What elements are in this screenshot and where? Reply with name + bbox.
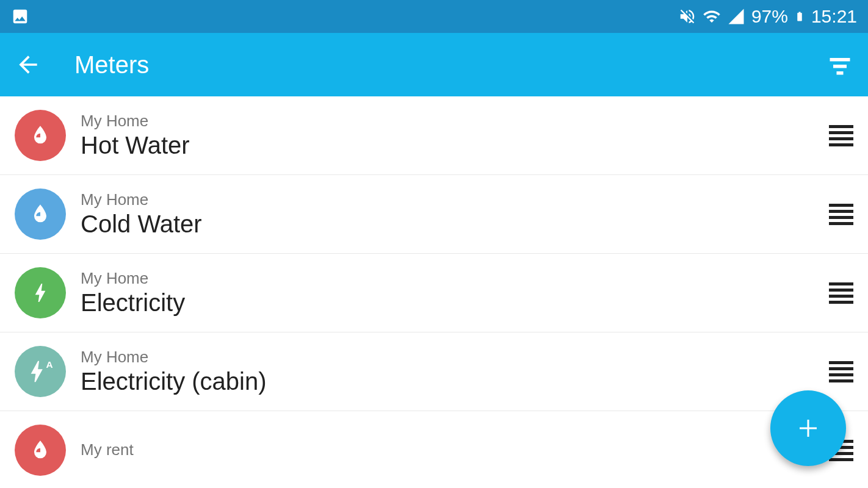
list-item[interactable]: A My Home Electricity (cabin) — [0, 332, 868, 411]
bolt-icon — [15, 267, 66, 318]
meter-info: My Home Cold Water — [81, 190, 829, 238]
meter-location: My Home — [81, 269, 829, 288]
add-meter-button[interactable] — [770, 390, 846, 466]
meter-location: My rent — [81, 440, 829, 459]
app-bar: Meters — [0, 33, 868, 96]
water-drop-icon — [15, 110, 66, 161]
signal-icon — [727, 7, 745, 26]
meter-info: My rent — [81, 440, 829, 461]
status-right: 97% 15:21 — [678, 6, 857, 27]
meter-location: My Home — [81, 190, 829, 209]
drag-handle-icon[interactable] — [829, 361, 853, 382]
back-button[interactable] — [15, 51, 42, 78]
bolt-a-icon: A — [15, 346, 66, 397]
drag-handle-icon[interactable] — [829, 125, 853, 146]
list-item[interactable]: My Home Electricity — [0, 254, 868, 332]
water-drop-icon — [15, 425, 66, 476]
status-bar: 97% 15:21 — [0, 0, 868, 33]
list-item[interactable]: My Home Cold Water — [0, 175, 868, 254]
meter-location: My Home — [81, 112, 829, 131]
drag-handle-icon[interactable] — [829, 204, 853, 225]
battery-percentage: 97% — [751, 6, 788, 27]
meter-name: Hot Water — [81, 132, 829, 159]
wifi-icon — [703, 7, 721, 26]
meter-name: Electricity (cabin) — [81, 368, 829, 395]
meters-list: My Home Hot Water My Home Cold Water My … — [0, 96, 868, 488]
meter-info: My Home Electricity (cabin) — [81, 348, 829, 395]
meter-location: My Home — [81, 348, 829, 367]
battery-icon — [794, 7, 805, 26]
meter-name: Cold Water — [81, 210, 829, 238]
status-left — [11, 7, 29, 26]
meter-info: My Home Electricity — [81, 269, 829, 317]
page-title: Meters — [74, 51, 826, 79]
clock-time: 15:21 — [811, 6, 857, 27]
drag-handle-icon[interactable] — [829, 282, 853, 304]
list-item[interactable]: My Home Hot Water — [0, 96, 868, 175]
list-item[interactable]: My rent — [0, 411, 868, 488]
meter-info: My Home Hot Water — [81, 112, 829, 159]
vibrate-icon — [678, 7, 696, 26]
svg-text:A: A — [46, 359, 53, 370]
water-drop-icon — [15, 188, 66, 240]
image-icon — [11, 7, 29, 26]
meter-name: Electricity — [81, 289, 829, 317]
filter-button[interactable] — [826, 51, 853, 78]
